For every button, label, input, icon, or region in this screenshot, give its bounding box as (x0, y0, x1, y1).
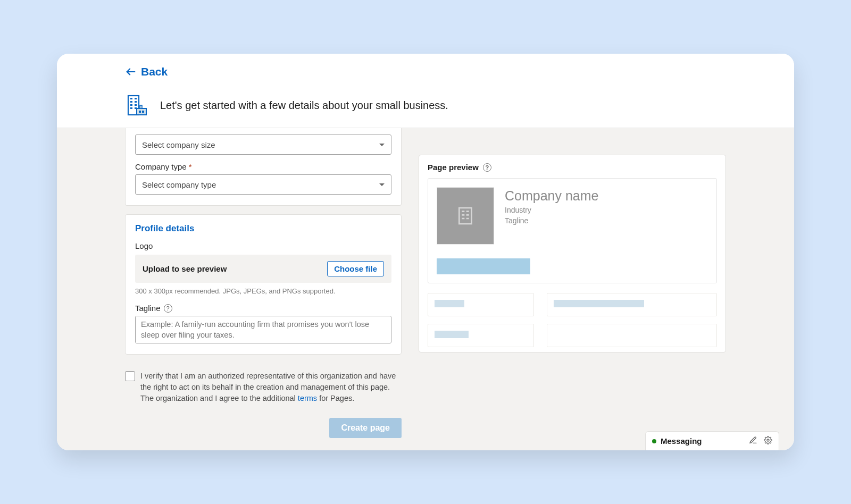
svg-rect-2 (130, 98, 132, 99)
terms-link[interactable]: terms (298, 394, 317, 402)
help-icon[interactable]: ? (483, 163, 491, 172)
svg-rect-14 (459, 208, 471, 224)
company-type-value: Select company type (142, 180, 216, 189)
back-label: Back (141, 65, 168, 78)
svg-rect-7 (135, 104, 137, 106)
logo-upload-box: Upload to see preview Choose file (135, 255, 391, 283)
tagline-label: Tagline ? (135, 304, 391, 313)
company-card: Select company size Company type * Selec… (125, 128, 402, 206)
company-type-select[interactable]: Select company type (135, 174, 391, 195)
preview-title: Page preview ? (428, 163, 717, 172)
building-icon (125, 93, 151, 118)
skeleton-block (547, 324, 717, 347)
skeleton-block (547, 293, 717, 316)
chevron-down-icon (379, 144, 385, 146)
svg-rect-6 (130, 104, 132, 106)
create-page-button[interactable]: Create page (329, 418, 402, 438)
preview-industry: Industry (505, 206, 598, 214)
arrow-left-icon (125, 66, 137, 78)
verify-checkbox[interactable] (125, 371, 135, 381)
status-online-icon (652, 439, 656, 443)
messaging-bar[interactable]: Messaging (645, 431, 779, 450)
company-size-value: Select company size (142, 140, 215, 149)
svg-rect-12 (142, 111, 144, 113)
chevron-down-icon (379, 183, 385, 186)
preview-column: Page preview ? (419, 128, 726, 438)
svg-rect-13 (140, 105, 142, 108)
svg-rect-8 (130, 107, 132, 109)
company-size-select[interactable]: Select company size (135, 135, 391, 155)
gear-icon[interactable] (764, 436, 772, 446)
help-icon[interactable]: ? (164, 304, 172, 313)
preview-tagline: Tagline (505, 216, 598, 225)
logo-hint: 300 x 300px recommended. JPGs, JPEGs, an… (135, 287, 391, 295)
choose-file-button[interactable]: Choose file (327, 261, 384, 276)
tagline-input[interactable] (135, 316, 391, 343)
skeleton-block (428, 324, 534, 347)
svg-rect-10 (137, 108, 146, 115)
app-window: Back Let's get started with a few detail… (57, 54, 794, 450)
upload-text: Upload to see preview (143, 264, 227, 273)
preview-company-name: Company name (505, 188, 598, 204)
preview-inner: Company name Industry Tagline (428, 178, 717, 283)
svg-rect-4 (130, 101, 132, 103)
form-column: Select company size Company type * Selec… (125, 128, 402, 438)
svg-point-21 (767, 439, 769, 441)
topbar: Back Let's get started with a few detail… (57, 54, 794, 128)
preview-skeleton (428, 293, 717, 352)
verify-row: I verify that I am an authorized represe… (125, 363, 402, 404)
company-type-label: Company type * (135, 162, 391, 171)
building-icon (455, 205, 476, 226)
svg-rect-5 (135, 101, 137, 103)
page-preview-card: Page preview ? (419, 155, 726, 352)
svg-rect-3 (135, 98, 137, 99)
logo-label: Logo (135, 241, 391, 250)
profile-details-card: Profile details Logo Upload to see previ… (125, 214, 402, 355)
compose-icon[interactable] (749, 436, 757, 446)
verify-text: I verify that I am an authorized represe… (140, 371, 402, 404)
preview-cta-placeholder (437, 258, 530, 274)
messaging-label: Messaging (661, 436, 702, 446)
svg-rect-11 (139, 111, 141, 113)
back-button[interactable]: Back (125, 65, 168, 78)
required-asterisk: * (189, 162, 192, 171)
page-heading: Let's get started with a few details abo… (160, 99, 448, 112)
skeleton-block (428, 293, 534, 316)
profile-details-title: Profile details (135, 223, 391, 234)
logo-placeholder (437, 187, 494, 245)
body: Select company size Company type * Selec… (57, 128, 794, 450)
